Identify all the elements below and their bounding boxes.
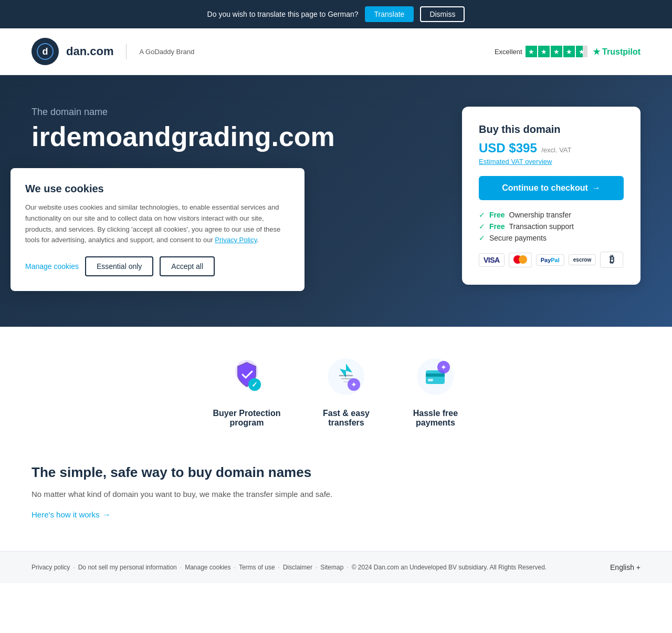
info-title: The simple, safe way to buy domain names bbox=[32, 464, 640, 481]
visa-icon: VISA bbox=[479, 253, 505, 267]
price-main: USD $395 bbox=[479, 141, 537, 155]
vat-link[interactable]: Estimated VAT overview bbox=[479, 158, 624, 165]
star-3: ★ bbox=[551, 46, 562, 57]
paypal-icon: PayPal bbox=[536, 254, 564, 266]
manage-cookies-button[interactable]: Manage cookies bbox=[25, 262, 79, 271]
check-icon: ✓ bbox=[479, 234, 485, 242]
translate-message: Do you wish to translate this page to Ge… bbox=[207, 10, 359, 18]
hassle-free-title: Hassle freepayments bbox=[413, 409, 458, 428]
translate-button[interactable]: Translate bbox=[365, 6, 414, 22]
domain-name: irdemoandgrading.com bbox=[32, 122, 357, 152]
svg-rect-10 bbox=[426, 373, 445, 377]
essential-only-button[interactable]: Essential only bbox=[85, 256, 153, 276]
logo-sub: A GoDaddy Brand bbox=[139, 48, 194, 56]
feature-buyer-protection: ✓ Buyer Protectionprogram bbox=[213, 353, 281, 428]
check-icon: ✓ bbox=[479, 211, 485, 219]
cookie-text: Our website uses cookies and similar tec… bbox=[25, 202, 290, 246]
svg-text:d: d bbox=[43, 46, 48, 57]
fast-transfers-title: Fast & easytransfers bbox=[323, 409, 370, 428]
fast-transfers-icon: ✦ bbox=[322, 353, 370, 400]
footer-sitemap[interactable]: Sitemap bbox=[320, 564, 343, 571]
buy-box: Buy this domain USD $395 /excl. VAT Esti… bbox=[462, 107, 640, 285]
star-2: ★ bbox=[538, 46, 550, 57]
star-4: ★ bbox=[563, 46, 575, 57]
footer-links: Privacy policy · Do not sell my personal… bbox=[32, 564, 547, 571]
cookie-title: We use cookies bbox=[25, 183, 290, 195]
footer-copyright: © 2024 Dan.com an Undeveloped BV subsidi… bbox=[352, 564, 547, 571]
arrow-icon: → bbox=[592, 183, 601, 193]
features-list: ✓ Free Ownership transfer ✓ Free Transac… bbox=[479, 211, 624, 242]
footer-manage-cookies[interactable]: Manage cookies bbox=[185, 564, 230, 571]
logo-divider bbox=[126, 44, 127, 59]
arrow-icon: → bbox=[103, 510, 111, 519]
footer-terms[interactable]: Terms of use bbox=[239, 564, 275, 571]
trustpilot-label: Excellent bbox=[495, 48, 522, 56]
language-selector[interactable]: English + bbox=[610, 563, 640, 572]
svg-text:✦: ✦ bbox=[351, 380, 357, 389]
svg-text:✦: ✦ bbox=[440, 363, 447, 371]
info-section: The simple, safe way to buy domain names… bbox=[0, 443, 672, 551]
price-excl: /excl. VAT bbox=[541, 146, 571, 154]
trustpilot-area: Excellent ★ ★ ★ ★ ★ ★ Trustpilot bbox=[495, 46, 640, 57]
domain-label: The domain name bbox=[32, 107, 357, 118]
buy-box-title: Buy this domain bbox=[479, 123, 624, 136]
star-5: ★ bbox=[576, 46, 587, 57]
buyer-protection-title: Buyer Protectionprogram bbox=[213, 409, 281, 428]
escrow-icon: escrow bbox=[569, 254, 596, 265]
dismiss-button[interactable]: Dismiss bbox=[420, 6, 465, 22]
feature-ownership: ✓ Free Ownership transfer bbox=[479, 211, 624, 219]
footer-privacy[interactable]: Privacy policy bbox=[32, 564, 70, 571]
privacy-policy-link[interactable]: Privacy Policy bbox=[215, 236, 257, 244]
hassle-free-icon: ✦ bbox=[412, 353, 459, 400]
footer-disclaimer[interactable]: Disclaimer bbox=[283, 564, 312, 571]
trustpilot-brand: ★ Trustpilot bbox=[593, 47, 640, 57]
trustpilot-stars: ★ ★ ★ ★ ★ bbox=[526, 46, 587, 57]
mastercard-icon bbox=[509, 253, 532, 267]
buyer-protection-icon: ✓ bbox=[223, 353, 270, 400]
header: d dan.com A GoDaddy Brand Excellent ★ ★ … bbox=[0, 28, 672, 75]
check-icon: ✓ bbox=[479, 222, 485, 231]
crypto-icon: ₿ bbox=[600, 252, 623, 268]
hero-left: The domain name irdemoandgrading.com bbox=[32, 107, 357, 162]
footer: Privacy policy · Do not sell my personal… bbox=[0, 551, 672, 583]
how-it-works-link[interactable]: Here's how it works → bbox=[32, 510, 111, 519]
accept-all-button[interactable]: Accept all bbox=[160, 256, 215, 276]
svg-text:✓: ✓ bbox=[251, 380, 258, 389]
cookie-actions: Manage cookies Essential only Accept all bbox=[25, 256, 290, 276]
feature-hassle-free: ✦ Hassle freepayments bbox=[412, 353, 459, 428]
price-row: USD $395 /excl. VAT bbox=[479, 141, 624, 155]
features-section: ✓ Buyer Protectionprogram ✦ Fast & easyt… bbox=[0, 327, 672, 443]
feature-payments: ✓ Secure payments bbox=[479, 234, 624, 242]
star-1: ★ bbox=[526, 46, 537, 57]
feature-transaction: ✓ Free Transaction support bbox=[479, 222, 624, 231]
logo-name: dan.com bbox=[66, 45, 113, 58]
svg-rect-11 bbox=[428, 379, 433, 381]
footer-do-not-sell[interactable]: Do not sell my personal information bbox=[78, 564, 177, 571]
logo-icon: d bbox=[32, 38, 59, 65]
logo-area: d dan.com A GoDaddy Brand bbox=[32, 38, 194, 65]
info-desc: No matter what kind of domain you want t… bbox=[32, 488, 640, 501]
translate-bar: Do you wish to translate this page to Ge… bbox=[0, 0, 672, 28]
feature-fast-transfers: ✦ Fast & easytransfers bbox=[322, 353, 370, 428]
cookie-modal: We use cookies Our website uses cookies … bbox=[10, 168, 304, 291]
payment-icons: VISA PayPal escrow ₿ bbox=[479, 252, 624, 268]
checkout-button[interactable]: Continue to checkout → bbox=[479, 176, 624, 200]
